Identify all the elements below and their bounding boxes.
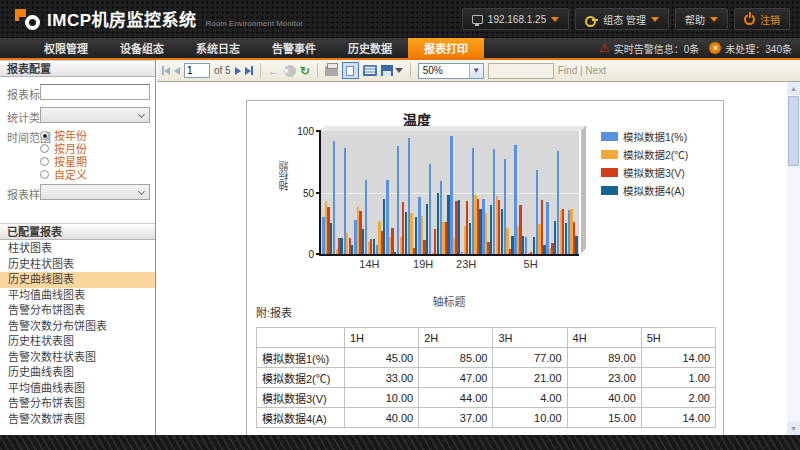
chart-legend: 模拟数据1(%)模拟数据2(℃)模拟数据3(V)模拟数据4(A) bbox=[601, 129, 688, 198]
legend-swatch-icon bbox=[601, 132, 618, 141]
nav-tab-报表打印[interactable]: 报表打印 bbox=[408, 38, 484, 58]
export-button[interactable] bbox=[381, 65, 403, 76]
row-label: 模拟数据4(A) bbox=[257, 408, 345, 428]
scrollbar-thumb[interactable] bbox=[788, 96, 799, 166]
list-item[interactable]: 历史柱状表图 bbox=[0, 334, 155, 350]
table-cell: 10.00 bbox=[345, 388, 419, 408]
bar-group bbox=[557, 131, 568, 254]
logout-button[interactable]: 注销 bbox=[734, 8, 790, 30]
table-cell: 2.00 bbox=[641, 388, 715, 408]
scroll-up-icon[interactable]: ▲ bbox=[787, 82, 800, 95]
ip-button[interactable]: 192.168.1.25 bbox=[462, 8, 569, 30]
next-page-button[interactable] bbox=[235, 67, 241, 75]
list-item[interactable]: 历史曲线表图 bbox=[0, 365, 155, 381]
table-cell: 10.00 bbox=[493, 408, 567, 428]
bar-group bbox=[514, 131, 525, 254]
y-tick-label: 50 bbox=[303, 187, 314, 198]
bar bbox=[391, 228, 393, 254]
x-axis-title: 轴标题 bbox=[319, 293, 579, 309]
report-title-input[interactable] bbox=[40, 84, 150, 100]
find-input[interactable] bbox=[488, 63, 554, 79]
vertical-scrollbar[interactable]: ▲ ▼ bbox=[787, 82, 800, 435]
bar-group bbox=[525, 131, 536, 254]
legend-label: 模拟数据2(℃) bbox=[623, 147, 688, 162]
list-item[interactable]: 平均值曲线图表 bbox=[0, 288, 155, 304]
list-item[interactable]: 历史柱状图表 bbox=[0, 257, 155, 273]
x-tick-label: 5H bbox=[524, 258, 538, 270]
table-cell: 40.00 bbox=[345, 408, 419, 428]
nav-tab-系统日志[interactable]: 系统日志 bbox=[180, 38, 256, 58]
table-cell: 40.00 bbox=[567, 388, 641, 408]
bar bbox=[575, 236, 577, 254]
ip-label: 192.168.1.25 bbox=[488, 14, 546, 25]
zoom-select[interactable]: 50%▼ bbox=[418, 63, 484, 79]
report-canvas: 温度 轴标题 05010014H19H23H5H 轴标题 模拟数据1(%)模拟数… bbox=[157, 82, 787, 435]
y-tick-mark bbox=[316, 253, 321, 255]
table-cell: 89.00 bbox=[567, 348, 641, 368]
nav-tab-历史数据[interactable]: 历史数据 bbox=[332, 38, 408, 58]
bar-group bbox=[461, 131, 472, 254]
back-button[interactable]: ← bbox=[268, 65, 280, 77]
stop-button[interactable]: × bbox=[284, 65, 296, 77]
bar bbox=[546, 202, 548, 254]
close-circle-icon: × bbox=[709, 42, 721, 54]
list-item[interactable]: 告警分布饼表图 bbox=[0, 396, 155, 412]
legend-item: 模拟数据2(℃) bbox=[601, 147, 688, 162]
list-item[interactable]: 告警分布饼图表 bbox=[0, 303, 155, 319]
nav-tab-权限管理[interactable]: 权限管理 bbox=[28, 38, 104, 58]
table-cell: 37.00 bbox=[419, 408, 493, 428]
bar-group bbox=[354, 131, 365, 254]
report-page: 温度 轴标题 05010014H19H23H5H 轴标题 模拟数据1(%)模拟数… bbox=[246, 100, 724, 435]
app-subtitle: Room Environment Monitor bbox=[206, 19, 303, 31]
list-item[interactable]: 历史曲线图表 bbox=[0, 272, 155, 288]
print-button[interactable] bbox=[325, 66, 338, 76]
radio-icon bbox=[40, 170, 49, 179]
unhandled-alert-label: 未处理：340条 bbox=[725, 41, 792, 56]
print-layout-toggle[interactable] bbox=[342, 62, 359, 79]
table-cell: 85.00 bbox=[419, 348, 493, 368]
table-cell: 4.00 bbox=[493, 388, 567, 408]
time-range-option-自定义[interactable]: 自定义 bbox=[40, 166, 87, 182]
stat-type-select[interactable] bbox=[40, 107, 150, 123]
last-page-button[interactable] bbox=[245, 66, 253, 75]
nav-tab-告警事件[interactable]: 告警事件 bbox=[256, 38, 332, 58]
save-icon bbox=[381, 65, 393, 76]
prev-page-button[interactable] bbox=[174, 67, 180, 75]
list-item[interactable]: 告警次数饼表图 bbox=[0, 412, 155, 428]
report-style-select[interactable] bbox=[40, 184, 150, 200]
list-item[interactable]: 平均值曲线表图 bbox=[0, 381, 155, 397]
find-next-button[interactable]: Next bbox=[585, 65, 606, 76]
legend-label: 模拟数据4(A) bbox=[623, 183, 685, 198]
table-row: 模拟数据3(V)10.0044.004.0040.002.00 bbox=[257, 388, 716, 408]
nav-tab-设备组态[interactable]: 设备组态 bbox=[104, 38, 180, 58]
config-manage-button[interactable]: 组态 管理 bbox=[575, 8, 669, 30]
bar-group bbox=[450, 131, 461, 254]
logout-label: 注销 bbox=[760, 12, 780, 27]
legend-swatch-icon bbox=[601, 186, 618, 195]
legend-label: 模拟数据3(V) bbox=[623, 165, 685, 180]
help-button[interactable]: 帮助 bbox=[675, 8, 728, 30]
bar-group bbox=[407, 131, 418, 254]
alert-triangle-icon: ⚠ bbox=[599, 42, 610, 54]
radio-icon bbox=[40, 157, 49, 166]
bar-group bbox=[418, 131, 429, 254]
scroll-down-icon[interactable]: ▼ bbox=[787, 422, 800, 435]
page-setup-button[interactable] bbox=[363, 65, 377, 76]
radio-icon bbox=[40, 131, 49, 140]
list-item[interactable]: 柱状图表 bbox=[0, 241, 155, 257]
bar-group bbox=[493, 131, 504, 254]
list-item[interactable]: 告警次数柱状表图 bbox=[0, 350, 155, 366]
table-row: 模拟数据4(A)40.0037.0010.0015.0014.00 bbox=[257, 408, 716, 428]
first-page-button[interactable] bbox=[162, 66, 170, 75]
refresh-button[interactable]: ↻ bbox=[300, 65, 310, 77]
x-tick-label: 23H bbox=[456, 258, 476, 270]
bar-group bbox=[375, 131, 386, 254]
printer-icon bbox=[325, 66, 338, 76]
sidebar: 报表配置 报表标题 统计类型 时间范围 按年份按月份按星期自定义 报表样式 已配… bbox=[0, 60, 156, 435]
table-header: 5H bbox=[641, 328, 715, 348]
find-button[interactable]: Find bbox=[558, 65, 577, 76]
list-item[interactable]: 告警次数分布饼图表 bbox=[0, 319, 155, 335]
page-number-input[interactable] bbox=[184, 63, 210, 78]
header-bar: IMCP机房监控系统 Room Environment Monitor 192.… bbox=[0, 0, 800, 38]
y-axis-title: 轴标题 bbox=[277, 161, 292, 191]
